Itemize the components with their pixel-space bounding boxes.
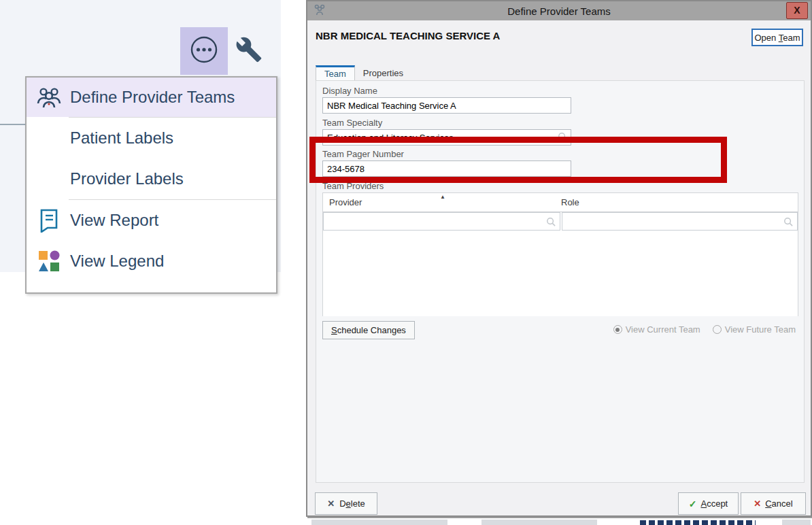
team-pager-input[interactable] xyxy=(322,160,571,177)
radio-selected-icon xyxy=(613,325,622,334)
clipped-fragment xyxy=(782,520,811,525)
team-providers-label: Team Providers xyxy=(322,181,384,191)
team-providers-table: Provider ▲ Role xyxy=(322,192,798,316)
screen: Define Provider Teams Patient Labels Pro… xyxy=(0,0,812,525)
menu-item-view-legend[interactable]: View Legend xyxy=(27,241,276,282)
cancel-x-icon: ✕ xyxy=(754,498,761,509)
provider-teams-icon xyxy=(36,84,62,110)
provider-search-input[interactable] xyxy=(324,213,560,230)
menu-item-view-report[interactable]: View Report xyxy=(27,200,276,241)
role-filter-cell xyxy=(562,212,798,231)
accept-check-icon: ✓ xyxy=(689,498,697,509)
provider-filter-cell xyxy=(323,212,560,231)
accept-label-rest: ccept xyxy=(707,498,728,509)
role-search-icon[interactable] xyxy=(783,217,794,230)
tab-team[interactable]: Team xyxy=(316,65,355,81)
cancel-mnemonic: C xyxy=(765,498,771,509)
close-button[interactable]: X xyxy=(786,2,808,19)
menu-item-label: Patient Labels xyxy=(70,129,173,148)
team-specialty-label: Team Specialty xyxy=(322,118,382,128)
delete-label-rest: lete xyxy=(351,498,365,509)
radio-label: View Future Team xyxy=(725,324,796,335)
radio-unselected-icon xyxy=(713,325,722,334)
legend-icon xyxy=(36,248,62,274)
display-name-label: Display Name xyxy=(322,86,377,96)
context-menu: Define Provider Teams Patient Labels Pro… xyxy=(25,76,277,294)
accept-mnemonic: A xyxy=(700,498,707,509)
cancel-label-rest: ancel xyxy=(772,498,793,509)
ellipsis-circle-icon xyxy=(188,34,220,68)
menu-item-label: View Report xyxy=(70,211,158,230)
delete-button[interactable]: ✕ Delete xyxy=(315,492,377,515)
column-header-role[interactable]: Role xyxy=(561,197,579,207)
table-body-empty xyxy=(323,231,798,316)
provider-search-icon[interactable] xyxy=(546,217,556,230)
team-view-options: View Current Team View Future Team xyxy=(613,324,796,335)
menu-item-label: Define Provider Teams xyxy=(70,88,235,107)
radio-view-current-team[interactable]: View Current Team xyxy=(613,324,700,335)
cancel-button[interactable]: ✕ Cancel xyxy=(741,492,806,515)
clipped-fragment xyxy=(481,520,597,525)
table-header-row: Provider ▲ Role xyxy=(323,193,798,212)
clipped-text-fragment xyxy=(640,520,756,525)
menu-item-patient-labels[interactable]: Patient Labels xyxy=(27,118,276,158)
team-specialty-input[interactable] xyxy=(322,129,571,146)
team-pager-label: Team Pager Number xyxy=(322,149,404,159)
open-team-label-pre: Open xyxy=(755,33,779,43)
menu-item-label: Provider Labels xyxy=(70,169,184,188)
open-team-button[interactable]: Open Team xyxy=(751,29,803,46)
delete-mnemonic: e xyxy=(346,498,351,509)
menu-item-label: View Legend xyxy=(70,252,164,271)
clipped-fragment xyxy=(311,520,447,525)
table-filter-row xyxy=(323,212,798,231)
empty-icon-slot xyxy=(36,166,62,192)
menu-item-provider-labels[interactable]: Provider Labels xyxy=(27,158,276,199)
define-provider-teams-dialog: Define Provider Teams X NBR MEDICAL TEAC… xyxy=(306,0,812,517)
panel-divider xyxy=(0,124,25,125)
team-tab-panel: Display Name Team Specialty Team Pager N… xyxy=(316,80,805,483)
role-search-input[interactable] xyxy=(562,213,797,230)
dialog-tabs: Team Properties xyxy=(316,65,411,81)
specialty-search-icon[interactable] xyxy=(558,132,568,145)
menu-item-define-provider-teams[interactable]: Define Provider Teams xyxy=(27,78,276,117)
delete-x-icon: ✕ xyxy=(327,498,335,509)
schedule-label-rest: chedule Changes xyxy=(337,325,406,335)
schedule-mnemonic: S xyxy=(331,325,337,335)
dialog-titlebar[interactable]: Define Provider Teams X xyxy=(307,1,811,20)
team-name-heading: NBR MEDICAL TEACHING SERVICE A xyxy=(316,30,500,41)
dialog-title: Define Provider Teams xyxy=(307,5,811,17)
delete-label-pre: D xyxy=(339,498,345,509)
wrench-icon xyxy=(235,36,263,66)
sort-ascending-icon: ▲ xyxy=(440,194,445,200)
radio-label: View Current Team xyxy=(626,324,700,335)
more-options-button[interactable] xyxy=(180,27,228,75)
radio-view-future-team[interactable]: View Future Team xyxy=(713,324,796,335)
display-name-input[interactable] xyxy=(322,97,571,114)
tools-button[interactable] xyxy=(233,35,265,67)
provider-teams-titlebar-icon xyxy=(313,3,326,19)
schedule-changes-button[interactable]: Schedule Changes xyxy=(322,321,415,339)
accept-button[interactable]: ✓ Accept xyxy=(678,492,739,515)
tab-properties[interactable]: Properties xyxy=(355,65,411,81)
report-icon xyxy=(36,207,62,233)
open-team-label-rest: eam xyxy=(783,33,800,43)
empty-icon-slot xyxy=(36,125,62,151)
